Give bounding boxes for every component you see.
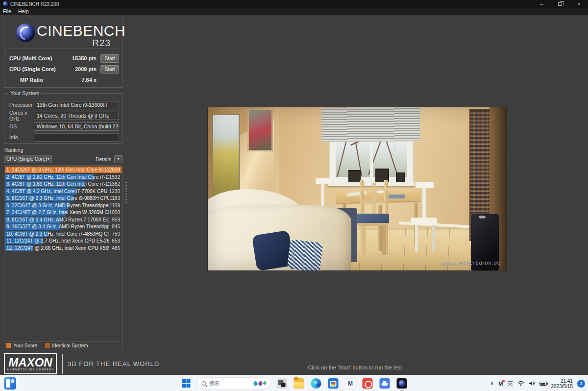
ranking-row[interactable]: 12. 12C/24T @ 2.66 GHz, Intel Xeon CPU X… bbox=[5, 245, 122, 251]
os-field[interactable]: Windows 10, 64 Bit, China (build 22621) bbox=[34, 122, 119, 131]
huawei-cloud-icon bbox=[380, 378, 390, 389]
score-label: MP Ratio bbox=[9, 77, 67, 83]
scores-panel: CINEBENCH R23 CPU (Multi Core) 15350 pts… bbox=[4, 18, 122, 88]
window-title: CINEBENCH R23.200 bbox=[10, 1, 59, 7]
ranking-filter-value: CPU (Single Core) bbox=[6, 156, 47, 162]
ranking-row[interactable]: 6. 32C/64T @ 3 GHz, AMD Ryzen Threadripp… bbox=[5, 202, 122, 209]
ranking-filter-select[interactable]: CPU (Single Core) ▾ bbox=[4, 155, 52, 163]
system-row-cores: Cores x GHz 14 Cores, 20 Threads @ 3 GHz bbox=[9, 110, 119, 121]
volume-icon[interactable] bbox=[529, 381, 535, 386]
widgets-icon[interactable] bbox=[4, 377, 16, 390]
store-button[interactable] bbox=[327, 377, 340, 390]
ranking-row[interactable]: 10. 4C/8T @ 2.3 GHz, Intel Core i7-4850H… bbox=[5, 231, 122, 237]
details-label: Details bbox=[96, 156, 114, 162]
search-placeholder: 搜索 bbox=[209, 380, 251, 387]
start-multicore-button[interactable]: Start bbox=[100, 54, 119, 63]
score-row-multicore: CPU (Multi Core) 15350 pts Start bbox=[9, 53, 119, 64]
start-button[interactable] bbox=[180, 377, 193, 390]
title-bar[interactable]: CINEBENCH R23.200 – × bbox=[0, 0, 588, 8]
ranking-row-score: 653 bbox=[112, 238, 120, 244]
ranking-list: 1. 14C/20T @ 3 GHz, 13th Gen Intel Core … bbox=[5, 167, 122, 252]
score-row-mpratio: MP Ratio 7.64 x bbox=[9, 74, 119, 85]
status-message: Click on the 'Start' button to run the t… bbox=[123, 365, 588, 370]
file-explorer-button[interactable] bbox=[293, 377, 305, 390]
ranking-row[interactable]: 4. 4C/8T @ 4.2 GHz, Intel Core i7-7700K … bbox=[5, 188, 122, 195]
system-row-os: OS Windows 10, 64 Bit, China (build 2262… bbox=[9, 121, 119, 132]
details-dropdown-button[interactable]: ▾ bbox=[114, 155, 122, 163]
ranking-row[interactable]: 1. 14C/20T @ 3 GHz, 13th Gen Intel Core … bbox=[5, 167, 122, 173]
ranking-row-score: 945 bbox=[112, 223, 120, 230]
logo-title: CINEBENCH bbox=[37, 23, 125, 39]
ranking-row[interactable]: 11. 12C/24T @ 2.7 GHz, Intel Xeon CPU E5… bbox=[5, 238, 122, 244]
ranking-row[interactable]: 5. 8C/16T @ 2.3 GHz, Intel Core i9-9880H… bbox=[5, 195, 122, 201]
menu-bar: File Help bbox=[0, 8, 588, 15]
cinebench-taskbar-button[interactable] bbox=[396, 377, 408, 390]
footer-tagline: 3D FOR THE REAL WORLD bbox=[68, 360, 159, 367]
logo-version: R23 bbox=[92, 38, 111, 49]
ranking-row[interactable]: 8. 8C/16T @ 3.4 GHz, AMD Ryzen 7 1700X E… bbox=[5, 217, 122, 223]
ranking-row[interactable]: 7. 24C/48T @ 2.7 GHz, Intel Xeon W 3265M… bbox=[5, 209, 122, 216]
render-preview: www.renderbaron.de bbox=[208, 107, 507, 270]
maxon-wordmark: MAXON bbox=[8, 357, 52, 368]
start-singlecore-button[interactable]: Start bbox=[100, 65, 119, 73]
processor-field[interactable]: 13th Gen Intel Core i9-13900H bbox=[34, 101, 119, 109]
restore-icon bbox=[558, 2, 562, 6]
ranking-row[interactable]: 9. 16C/32T @ 3.4 GHz, AMD Ryzen Threadri… bbox=[5, 223, 122, 230]
notification-badge[interactable]: 3 bbox=[577, 380, 585, 388]
ranking-row[interactable]: 2. 4C/8T @ 2.81 GHz, 11th Gen Intel Core… bbox=[5, 174, 122, 180]
ranking-row[interactable]: 3. 4C/8T @ 1.69 GHz, 11th Gen Intel Core… bbox=[5, 181, 122, 187]
maxon-app-button[interactable]: M bbox=[344, 377, 357, 390]
cinebench-window: CINEBENCH R23.200 – × File Help CINEBENC… bbox=[0, 0, 588, 391]
close-button[interactable]: × bbox=[569, 0, 588, 8]
cores-field[interactable]: 14 Cores, 20 Threads @ 3 GHz bbox=[34, 112, 119, 120]
ranking-row-label: 5. 8C/16T @ 2.3 GHz, Intel Core i9-9880H… bbox=[6, 195, 109, 201]
maxon-app-icon: M bbox=[345, 378, 356, 389]
task-view-button[interactable] bbox=[276, 377, 288, 390]
panel-splitter-handle[interactable] bbox=[125, 182, 127, 203]
ranking-row-label: 4. 4C/8T @ 4.2 GHz, Intel Core i7-7700K … bbox=[6, 188, 109, 195]
ranking-row-score: 1532 bbox=[109, 174, 120, 180]
ranking-row-label: 3. 4C/8T @ 1.69 GHz, 11th Gen Intel Core… bbox=[6, 181, 109, 187]
ranking-row-label: 10. 4C/8T @ 2.3 GHz, Intel Core i7-4850H… bbox=[6, 231, 109, 237]
huawei-cloud-button[interactable] bbox=[379, 377, 391, 390]
ranking-row-label: 6. 32C/64T @ 3 GHz, AMD Ryzen Threadripp… bbox=[6, 202, 109, 209]
identical-system-label: Identical System bbox=[52, 343, 88, 348]
field-label: Info bbox=[9, 134, 34, 140]
score-label: CPU (Multi Core) bbox=[9, 55, 67, 61]
tray-chevron-up-icon[interactable]: ∧ bbox=[490, 380, 494, 387]
ranking-row-label: 2. 4C/8T @ 2.81 GHz, 11th Gen Intel Core… bbox=[6, 174, 109, 180]
ranking-title: Ranking bbox=[4, 147, 24, 153]
wifi-icon[interactable] bbox=[517, 381, 524, 386]
ranking-row-label: 12. 12C/24T @ 2.66 GHz, Intel Xeon CPU X… bbox=[6, 245, 109, 251]
huawei-appgallery-button[interactable] bbox=[362, 377, 374, 390]
edge-button[interactable] bbox=[310, 377, 322, 390]
file-explorer-icon bbox=[294, 378, 304, 389]
chevron-down-icon: ▾ bbox=[48, 157, 49, 161]
minimize-button[interactable]: – bbox=[532, 0, 551, 8]
taskbar: 搜索 M ∧ M 英 bbox=[0, 375, 588, 391]
ranking-row-label: 7. 24C/48T @ 2.7 GHz, Intel Xeon W 3265M… bbox=[6, 209, 109, 216]
score-label: CPU (Single Core) bbox=[9, 66, 67, 72]
ranking-row-score: 486 bbox=[112, 245, 120, 251]
menu-file[interactable]: File bbox=[3, 8, 11, 14]
ime-indicator[interactable]: 英 bbox=[508, 380, 513, 387]
store-icon bbox=[328, 378, 339, 389]
ranking-row-score: 1183 bbox=[109, 195, 120, 201]
restore-button[interactable] bbox=[551, 0, 569, 8]
search-input[interactable]: 搜索 bbox=[197, 377, 271, 390]
tray-time: 21:41 bbox=[551, 378, 573, 384]
tray-maxon-icon[interactable]: M bbox=[498, 381, 503, 387]
info-field[interactable] bbox=[34, 133, 119, 142]
ranking-row-score: 1382 bbox=[109, 181, 120, 187]
cinema4d-logo-icon bbox=[16, 24, 35, 42]
your-score-swatch bbox=[6, 343, 11, 348]
ranking-row-label: 11. 12C/24T @ 2.7 GHz, Intel Xeon CPU E5… bbox=[6, 238, 109, 244]
battery-icon[interactable] bbox=[539, 382, 547, 386]
score-value: 2009 pts bbox=[67, 66, 100, 72]
clock[interactable]: 21:41 2023/5/15 bbox=[551, 378, 573, 389]
search-icon bbox=[202, 381, 206, 386]
your-system-panel: Your System Processor 13th Gen Intel Cor… bbox=[4, 93, 122, 144]
menu-help[interactable]: Help bbox=[18, 8, 29, 14]
huawei-appgallery-icon bbox=[363, 378, 373, 389]
windows-logo-icon bbox=[182, 379, 191, 388]
